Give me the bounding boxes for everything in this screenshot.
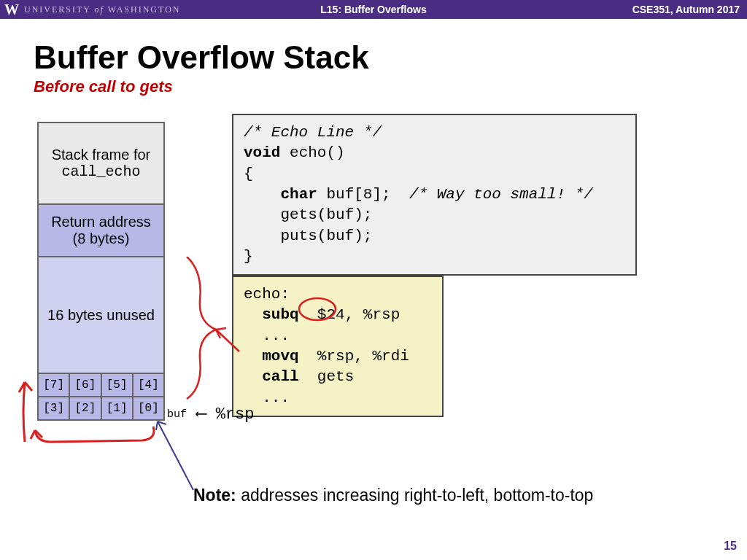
uw-w-icon: W [4,1,18,18]
ret-label-1: Return address [51,214,151,230]
university-name: UNIVERSITY of WASHINGTON [24,4,180,15]
buf-cell: [0] [133,397,164,420]
stack-unused: 16 bytes unused [38,257,164,373]
course-id: CSE351, Autumn 2017 [632,4,747,15]
buf-cell: [1] [101,397,133,420]
buf-cell: [4] [133,373,164,397]
svg-line-1 [158,421,193,490]
left-arrow-icon: ⟵ [196,405,206,424]
rsp-pointer-label: buf ⟵ %rsp [167,404,254,424]
note-label: Note: [193,486,236,505]
slide-header: W UNIVERSITY of WASHINGTON L15: Buffer O… [0,0,747,19]
lecture-title: L15: Buffer Overflows [320,4,426,15]
stack-frame-label-1: Stack frame for [52,147,151,163]
slide-subtitle: Before call to gets [0,76,747,99]
unused-label: 16 bytes unused [47,307,155,324]
annotation-note-arrow [153,417,204,494]
ret-label-2: (8 bytes) [73,230,130,247]
buf-cell: [3] [38,397,69,420]
stack-frame-label-2: call_echo [61,163,140,180]
rsp-register: %rsp [216,405,255,424]
buf-cell: [7] [38,373,69,397]
note-text: Note: addresses increasing right-to-left… [193,486,593,505]
stack-buf-row-1: [7] [6] [5] [4] [38,373,164,397]
page-number: 15 [724,540,737,553]
slide-title: Buffer Overflow Stack [0,19,747,76]
annotation-underline-arrow [29,423,175,452]
stack-diagram: Stack frame for call_echo Return address… [37,122,165,421]
code-block-c: /* Echo Line */ void echo() { char buf[8… [232,114,637,276]
code-block-asm: echo: subq $24, %rsp ... movq %rsp, %rdi… [232,276,444,417]
stack-frame-call-echo: Stack frame for call_echo [38,122,164,204]
buf-cell: [2] [69,397,101,420]
annotation-up-arrow [12,376,41,449]
stack-return-address: Return address (8 bytes) [38,204,164,257]
stack-buf-row-2: [3] [2] [1] [0] [38,397,164,420]
uw-logo: W UNIVERSITY of WASHINGTON [0,1,180,18]
buf-label: buf [167,408,187,421]
buf-cell: [6] [69,373,101,397]
buf-cell: [5] [101,373,133,397]
note-body: addresses increasing right-to-left, bott… [236,486,594,505]
